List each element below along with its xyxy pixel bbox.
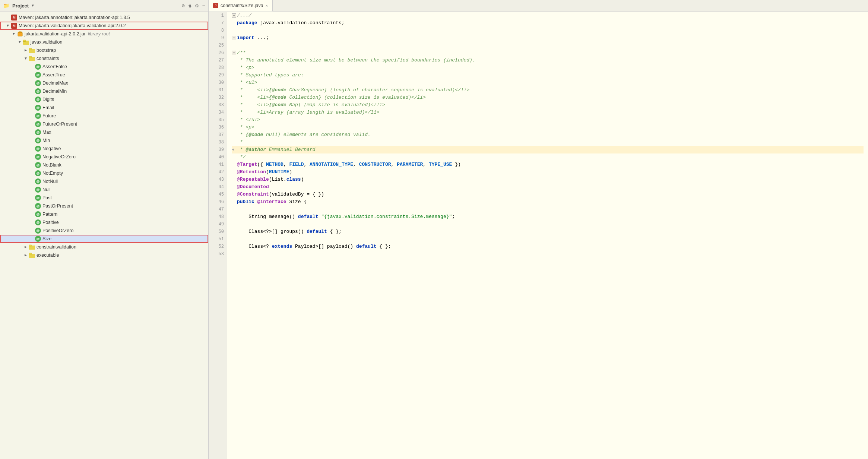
tree-item-Future[interactable]: @ Future <box>0 112 208 120</box>
annotation-icon: @ <box>35 187 41 193</box>
item-label: NotNull <box>42 178 58 185</box>
item-label: AssertTrue <box>42 71 65 79</box>
editor-tab-size-java[interactable]: J constraints/Size.java × <box>209 0 273 12</box>
code-text: String message() <box>237 213 298 221</box>
ln-9: 9 <box>212 34 224 42</box>
ln-52: 52 <box>212 243 224 250</box>
ln-40: 40 <box>212 153 224 161</box>
svg-rect-1 <box>19 32 22 33</box>
project-tree: M Maven: jakarta.annotation:jakarta.anno… <box>0 12 208 459</box>
fold-icon[interactable]: − <box>232 51 236 55</box>
tree-item-jar[interactable]: ▼ jakarta.validation-api-2.0.2.jar libra… <box>0 30 208 38</box>
tree-item-bootstrap[interactable]: ► bootstrap <box>0 46 208 54</box>
tree-item-Past[interactable]: @ Past <box>0 194 208 202</box>
tree-item-maven1[interactable]: M Maven: jakarta.annotation:jakarta.anno… <box>0 13 208 22</box>
tree-item-AssertFalse[interactable]: @ AssertFalse <box>0 63 208 71</box>
code-text: * <box>237 131 245 139</box>
tree-item-Size[interactable]: @ Size <box>0 235 208 243</box>
code-text: * <li> <box>237 94 269 101</box>
tree-item-Null[interactable]: @ Null <box>0 186 208 194</box>
annotation-icon: @ <box>35 121 41 127</box>
code-line-53 <box>232 250 864 258</box>
code-text: {@code <box>269 101 286 109</box>
ln-1: 1 <box>212 12 224 19</box>
code-line-9: − import ...; <box>232 34 864 42</box>
fold-icon[interactable]: − <box>232 13 236 18</box>
tree-item-NotNull[interactable]: @ NotNull <box>0 177 208 186</box>
code-text: Size { <box>286 198 307 206</box>
library-root-text: library root <box>88 30 110 38</box>
item-label: Email <box>42 104 54 111</box>
code-line-50: Class<?>[] groups() default { }; <box>232 228 864 235</box>
tree-item-DecimalMin[interactable]: @ DecimalMin <box>0 87 208 95</box>
code-line-28: * <p> <box>232 64 864 72</box>
annotation-icon: @ <box>35 162 41 168</box>
tree-item-Email[interactable]: @ Email <box>0 104 208 112</box>
item-label: PositiveOrZero <box>42 227 73 234</box>
tree-item-maven2[interactable]: ▼ M Maven: jakarta.validation:jakarta.va… <box>0 22 208 30</box>
tree-item-AssertTrue[interactable]: @ AssertTrue <box>0 71 208 79</box>
ln-28: 28 <box>212 64 224 72</box>
maven2-label: Maven: jakarta.validation:jakarta.valida… <box>19 22 126 29</box>
tree-item-constraints[interactable]: ▼ constraints <box>0 54 208 63</box>
minus-icon[interactable]: − <box>202 3 205 9</box>
fold-icon[interactable]: − <box>232 36 236 40</box>
code-line-7: package javax.validation.constraints; <box>232 19 864 27</box>
code-text: import <box>237 34 257 42</box>
jar-label: jakarta.validation-api-2.0.2.jar <box>25 30 86 38</box>
tree-item-Digits[interactable]: @ Digits <box>0 95 208 104</box>
gutter-hint: ◀ <box>232 146 237 153</box>
constraints-label: constraints <box>37 55 59 62</box>
tree-item-executable[interactable]: ► executable <box>0 251 208 259</box>
annotation-icon: @ <box>35 113 41 119</box>
code-text: METHOD <box>266 161 283 168</box>
tab-close-button[interactable]: × <box>266 3 268 8</box>
gear-icon[interactable]: ⚙ <box>195 3 198 9</box>
code-line-41: @Target({ METHOD, FIELD, ANNOTATION_TYPE… <box>232 161 864 168</box>
tree-item-Max[interactable]: @ Max <box>0 128 208 136</box>
dropdown-arrow-icon[interactable]: ▼ <box>32 4 34 8</box>
tree-item-NotEmpty[interactable]: @ NotEmpty <box>0 169 208 177</box>
code-line-48: String message() default "{javax.validat… <box>232 213 864 221</box>
code-text: PARAMETER <box>397 161 423 168</box>
code-line-52: Class<? extends Payload>[] payload() def… <box>232 243 864 250</box>
item-label: Min <box>42 137 50 144</box>
ln-45: 45 <box>212 191 224 198</box>
line-numbers: 1 7 8 9 25 26 27 28 29 30 31 32 33 34 35… <box>209 12 227 459</box>
tree-item-PositiveOrZero[interactable]: @ PositiveOrZero <box>0 227 208 235</box>
code-line-25 <box>232 42 864 49</box>
code-line-30: * <ul> <box>232 79 864 86</box>
globe-icon[interactable]: ⊕ <box>181 3 184 9</box>
code-line-32: * <li>{@code Collection} (collection siz… <box>232 94 864 101</box>
code-text: ANNOTATION_TYPE <box>310 161 353 168</box>
panel-header: 📁 Project ▼ ⊕ ⇅ ⚙ − <box>0 0 208 12</box>
code-text: , <box>391 161 397 168</box>
tree-item-Pattern[interactable]: @ Pattern <box>0 210 208 218</box>
tree-item-PastOrPresent[interactable]: @ PastOrPresent <box>0 202 208 210</box>
annotation-icon: @ <box>35 72 41 78</box>
tree-item-javax[interactable]: ▼ javax.validation <box>0 38 208 46</box>
tree-item-NotBlank[interactable]: @ NotBlank <box>0 161 208 169</box>
tree-item-FutureOrPresent[interactable]: @ FutureOrPresent <box>0 120 208 128</box>
tree-item-Positive[interactable]: @ Positive <box>0 218 208 227</box>
code-text: Collection} (collection size is evaluate… <box>286 94 426 101</box>
code-line-47 <box>232 206 864 213</box>
tree-item-DecimalMax[interactable]: @ DecimalMax <box>0 79 208 87</box>
tree-item-Negative[interactable]: @ Negative <box>0 145 208 153</box>
svg-rect-10 <box>29 245 32 246</box>
tree-item-Min[interactable]: @ Min <box>0 136 208 145</box>
tree-item-NegativeOrZero[interactable]: @ NegativeOrZero <box>0 153 208 161</box>
code-text: ...; <box>257 34 269 42</box>
code-line-38: * <box>232 139 864 146</box>
tree-item-constraintvalidation[interactable]: ► constraintvalidation <box>0 243 208 251</box>
annotation-icon: @ <box>35 105 41 111</box>
item-label: Max <box>42 129 51 136</box>
code-line-27: * The annotated element size must be bet… <box>232 57 864 64</box>
annotation-icon: @ <box>35 129 41 135</box>
code-text: * <p> <box>237 124 254 131</box>
arrows-icon[interactable]: ⇅ <box>189 3 191 9</box>
code-text: {@code <box>269 86 286 94</box>
code-text: @Retention <box>237 168 266 176</box>
annotation-icon: @ <box>35 146 41 152</box>
item-label: Positive <box>42 219 59 226</box>
